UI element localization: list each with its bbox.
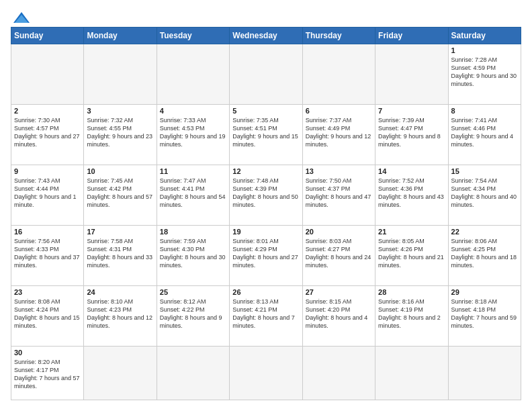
day-info: Sunrise: 8:03 AM Sunset: 4:27 PM Dayligh… [306, 237, 372, 270]
calendar-day-header: Tuesday [157, 28, 229, 44]
calendar-day-cell [375, 346, 448, 400]
calendar-day-cell: 8Sunrise: 7:41 AM Sunset: 4:46 PM Daylig… [448, 104, 521, 165]
calendar-day-cell: 14Sunrise: 7:52 AM Sunset: 4:36 PM Dayli… [375, 165, 448, 225]
calendar-day-header: Friday [375, 28, 448, 44]
calendar-day-cell: 15Sunrise: 7:54 AM Sunset: 4:34 PM Dayli… [448, 165, 521, 225]
calendar-day-cell: 25Sunrise: 8:12 AM Sunset: 4:22 PM Dayli… [157, 285, 229, 346]
calendar-day-cell: 29Sunrise: 8:18 AM Sunset: 4:18 PM Dayli… [448, 285, 521, 346]
day-info: Sunrise: 7:43 AM Sunset: 4:44 PM Dayligh… [14, 177, 81, 210]
day-number: 17 [87, 228, 153, 236]
calendar-day-cell [84, 346, 157, 400]
calendar-day-cell: 22Sunrise: 8:06 AM Sunset: 4:25 PM Dayli… [448, 225, 521, 285]
calendar-day-cell: 26Sunrise: 8:13 AM Sunset: 4:21 PM Dayli… [230, 285, 302, 346]
day-number: 19 [232, 228, 299, 236]
calendar-day-cell: 3Sunrise: 7:32 AM Sunset: 4:55 PM Daylig… [84, 104, 157, 165]
day-info: Sunrise: 8:18 AM Sunset: 4:18 PM Dayligh… [451, 298, 518, 330]
calendar-day-cell [448, 346, 521, 400]
day-info: Sunrise: 7:41 AM Sunset: 4:46 PM Dayligh… [451, 116, 518, 149]
calendar-day-cell: 24Sunrise: 8:10 AM Sunset: 4:23 PM Dayli… [84, 285, 157, 346]
logo [11, 11, 31, 21]
calendar-day-cell: 16Sunrise: 7:56 AM Sunset: 4:33 PM Dayli… [11, 225, 84, 285]
calendar-week-row: 23Sunrise: 8:08 AM Sunset: 4:24 PM Dayli… [11, 285, 521, 346]
day-number: 12 [232, 167, 299, 175]
calendar-week-row: 1Sunrise: 7:28 AM Sunset: 4:59 PM Daylig… [11, 44, 521, 105]
day-number: 14 [378, 167, 445, 175]
day-info: Sunrise: 7:30 AM Sunset: 4:57 PM Dayligh… [14, 116, 81, 149]
day-info: Sunrise: 7:33 AM Sunset: 4:53 PM Dayligh… [160, 116, 226, 149]
day-number: 27 [306, 288, 372, 296]
day-info: Sunrise: 7:47 AM Sunset: 4:41 PM Dayligh… [160, 177, 226, 210]
calendar-day-cell: 5Sunrise: 7:35 AM Sunset: 4:51 PM Daylig… [230, 104, 302, 165]
day-number: 25 [160, 288, 226, 296]
day-info: Sunrise: 7:37 AM Sunset: 4:49 PM Dayligh… [306, 116, 372, 149]
day-number: 15 [451, 167, 518, 175]
day-number: 18 [160, 228, 226, 236]
calendar-day-cell: 9Sunrise: 7:43 AM Sunset: 4:44 PM Daylig… [11, 165, 84, 225]
calendar-day-cell [157, 44, 229, 105]
calendar-week-row: 9Sunrise: 7:43 AM Sunset: 4:44 PM Daylig… [11, 165, 521, 225]
day-number: 6 [306, 107, 372, 115]
calendar-day-cell: 6Sunrise: 7:37 AM Sunset: 4:49 PM Daylig… [302, 104, 375, 165]
day-info: Sunrise: 7:48 AM Sunset: 4:39 PM Dayligh… [232, 177, 299, 210]
calendar-day-cell: 2Sunrise: 7:30 AM Sunset: 4:57 PM Daylig… [11, 104, 84, 165]
day-info: Sunrise: 7:28 AM Sunset: 4:59 PM Dayligh… [451, 56, 518, 89]
calendar: SundayMondayTuesdayWednesdayThursdayFrid… [11, 27, 521, 400]
calendar-day-header: Saturday [448, 28, 521, 44]
calendar-day-cell: 19Sunrise: 8:01 AM Sunset: 4:29 PM Dayli… [230, 225, 302, 285]
day-number: 23 [14, 288, 81, 296]
day-number: 1 [451, 46, 518, 54]
day-info: Sunrise: 8:05 AM Sunset: 4:26 PM Dayligh… [378, 237, 445, 270]
calendar-day-cell: 13Sunrise: 7:50 AM Sunset: 4:37 PM Dayli… [302, 165, 375, 225]
calendar-day-cell: 12Sunrise: 7:48 AM Sunset: 4:39 PM Dayli… [230, 165, 302, 225]
day-number: 8 [451, 107, 518, 115]
day-info: Sunrise: 7:54 AM Sunset: 4:34 PM Dayligh… [451, 177, 518, 210]
calendar-day-cell [375, 44, 448, 105]
calendar-day-cell: 4Sunrise: 7:33 AM Sunset: 4:53 PM Daylig… [157, 104, 229, 165]
day-info: Sunrise: 8:16 AM Sunset: 4:19 PM Dayligh… [378, 298, 445, 330]
day-info: Sunrise: 8:01 AM Sunset: 4:29 PM Dayligh… [232, 237, 299, 270]
day-info: Sunrise: 7:32 AM Sunset: 4:55 PM Dayligh… [87, 116, 153, 149]
day-info: Sunrise: 8:13 AM Sunset: 4:21 PM Dayligh… [232, 298, 299, 330]
calendar-week-row: 16Sunrise: 7:56 AM Sunset: 4:33 PM Dayli… [11, 225, 521, 285]
day-number: 24 [87, 288, 153, 296]
calendar-header-row: SundayMondayTuesdayWednesdayThursdayFrid… [11, 28, 521, 44]
calendar-day-header: Thursday [302, 28, 375, 44]
day-number: 26 [232, 288, 299, 296]
calendar-day-cell: 11Sunrise: 7:47 AM Sunset: 4:41 PM Dayli… [157, 165, 229, 225]
day-info: Sunrise: 8:12 AM Sunset: 4:22 PM Dayligh… [160, 298, 226, 330]
day-number: 22 [451, 228, 518, 236]
calendar-day-header: Sunday [11, 28, 84, 44]
calendar-day-cell [302, 346, 375, 400]
logo-icon [12, 11, 31, 26]
calendar-day-cell: 7Sunrise: 7:39 AM Sunset: 4:47 PM Daylig… [375, 104, 448, 165]
day-number: 30 [14, 349, 81, 357]
day-number: 10 [87, 167, 153, 175]
day-info: Sunrise: 8:06 AM Sunset: 4:25 PM Dayligh… [451, 237, 518, 270]
day-info: Sunrise: 7:50 AM Sunset: 4:37 PM Dayligh… [306, 177, 372, 210]
day-number: 7 [378, 107, 445, 115]
calendar-day-cell: 1Sunrise: 7:28 AM Sunset: 4:59 PM Daylig… [448, 44, 521, 105]
page: SundayMondayTuesdayWednesdayThursdayFrid… [0, 0, 532, 411]
calendar-day-cell: 18Sunrise: 7:59 AM Sunset: 4:30 PM Dayli… [157, 225, 229, 285]
calendar-day-cell: 10Sunrise: 7:45 AM Sunset: 4:42 PM Dayli… [84, 165, 157, 225]
calendar-day-cell [230, 346, 302, 400]
calendar-day-cell [302, 44, 375, 105]
calendar-day-cell: 23Sunrise: 8:08 AM Sunset: 4:24 PM Dayli… [11, 285, 84, 346]
calendar-day-cell [230, 44, 302, 105]
calendar-week-row: 2Sunrise: 7:30 AM Sunset: 4:57 PM Daylig… [11, 104, 521, 165]
calendar-day-cell: 27Sunrise: 8:15 AM Sunset: 4:20 PM Dayli… [302, 285, 375, 346]
day-number: 4 [160, 107, 226, 115]
header [11, 11, 521, 21]
day-number: 3 [87, 107, 153, 115]
day-number: 21 [378, 228, 445, 236]
day-number: 29 [451, 288, 518, 296]
day-number: 9 [14, 167, 81, 175]
day-number: 20 [306, 228, 372, 236]
day-number: 5 [232, 107, 299, 115]
calendar-week-row: 30Sunrise: 8:20 AM Sunset: 4:17 PM Dayli… [11, 346, 521, 400]
day-number: 2 [14, 107, 81, 115]
calendar-day-cell [157, 346, 229, 400]
calendar-day-cell: 30Sunrise: 8:20 AM Sunset: 4:17 PM Dayli… [11, 346, 84, 400]
calendar-day-header: Monday [84, 28, 157, 44]
day-info: Sunrise: 8:20 AM Sunset: 4:17 PM Dayligh… [14, 358, 81, 391]
